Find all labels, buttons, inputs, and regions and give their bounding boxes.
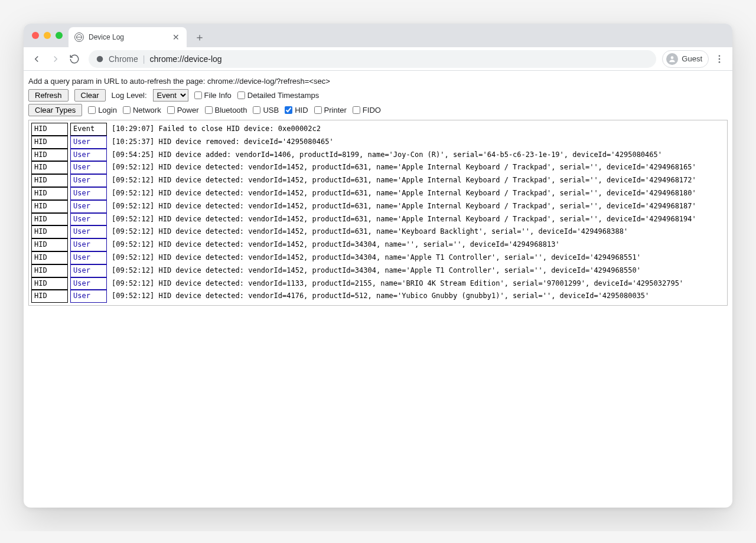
type-filter-power-input[interactable] [167, 106, 175, 114]
avatar-icon [666, 53, 678, 65]
svg-point-3 [719, 58, 721, 60]
fileinfo-input[interactable] [194, 91, 202, 99]
type-filter-printer-input[interactable] [314, 106, 322, 114]
log-type-tag: HID [31, 187, 68, 200]
browser-window: Device Log ✕ ＋ Chrome | chrome://device-… [24, 24, 732, 508]
type-filter-bluetooth-input[interactable] [205, 106, 213, 114]
log-row: HIDUser[09:52:12] HID device detected: v… [31, 290, 725, 303]
log-row: HIDUser[09:52:12] HID device detected: v… [31, 200, 725, 213]
log-message: [10:29:07] Failed to close HID device: 0… [112, 125, 321, 133]
type-filter-power-label: Power [177, 106, 199, 115]
log-level-tag: User [70, 149, 107, 162]
detailed-timestamps-checkbox[interactable]: Detailed Timestamps [237, 91, 319, 100]
log-level-tag: User [70, 277, 107, 290]
log-message: [09:52:12] HID device detected: vendorId… [112, 240, 560, 248]
reload-button[interactable] [66, 51, 83, 67]
back-button[interactable] [28, 51, 45, 67]
type-filter-hid[interactable]: HID [285, 106, 308, 115]
type-filter-printer-label: Printer [324, 106, 347, 115]
log-panel: HIDEvent[10:29:07] Failed to close HID d… [28, 120, 728, 306]
log-type-tag: HID [31, 264, 68, 277]
window-minimize-button[interactable] [44, 32, 51, 39]
log-row: HIDUser[09:52:12] HID device detected: v… [31, 251, 725, 264]
log-message: [09:52:12] HID device detected: vendorId… [112, 253, 641, 261]
svg-point-4 [719, 61, 721, 63]
address-bar[interactable]: Chrome | chrome://device-log [89, 50, 656, 68]
url-separator: | [143, 54, 145, 64]
type-filter-bluetooth[interactable]: Bluetooth [205, 106, 247, 115]
type-filter-hid-input[interactable] [285, 106, 292, 114]
chrome-menu-button[interactable] [711, 51, 728, 67]
log-message: [09:52:12] HID device detected: vendorId… [112, 292, 649, 300]
log-message: [10:25:37] HID device removed: deviceId=… [112, 138, 334, 146]
type-filter-fido-input[interactable] [353, 106, 360, 114]
log-type-tag: HID [31, 149, 68, 162]
log-level-tag: User [70, 251, 107, 264]
site-info-icon [96, 55, 104, 63]
type-filter-network-label: Network [133, 106, 161, 115]
type-filter-network[interactable]: Network [123, 106, 161, 115]
log-row: HIDUser[09:52:12] HID device detected: v… [31, 187, 725, 200]
type-filter-hid-label: HID [295, 106, 308, 115]
log-type-tag: HID [31, 123, 68, 136]
type-filter-login-label: Login [98, 106, 117, 115]
browser-toolbar: Chrome | chrome://device-log Guest [24, 47, 732, 71]
log-message: [09:52:12] HID device detected: vendorId… [112, 227, 628, 235]
log-type-tag: HID [31, 200, 68, 213]
type-filter-network-input[interactable] [123, 106, 131, 114]
log-level-tag: User [70, 161, 107, 174]
log-type-tag: HID [31, 290, 68, 303]
log-level-tag: User [70, 238, 107, 251]
controls-row-1: Refresh Clear Log Level: Event File Info… [28, 89, 728, 102]
log-type-tag: HID [31, 136, 68, 149]
new-tab-button[interactable]: ＋ [191, 29, 208, 45]
log-type-tag: HID [31, 174, 68, 187]
refresh-hint: Add a query param in URL to auto-refresh… [28, 77, 728, 86]
log-type-tag: HID [31, 251, 68, 264]
fileinfo-label: File Info [204, 91, 232, 100]
log-type-tag: HID [31, 213, 68, 226]
svg-point-1 [671, 56, 674, 59]
log-row: HIDUser[09:54:25] HID device added: vend… [31, 149, 725, 162]
type-filter-fido-label: FIDO [363, 106, 381, 115]
window-maximize-button[interactable] [56, 32, 63, 39]
log-row: HIDUser[09:52:12] HID device detected: v… [31, 225, 725, 238]
fileinfo-checkbox[interactable]: File Info [194, 91, 232, 100]
profile-chip[interactable]: Guest [662, 50, 709, 68]
detailed-timestamps-input[interactable] [237, 91, 245, 99]
log-row: HIDUser[09:52:12] HID device detected: v… [31, 264, 725, 277]
browser-tab[interactable]: Device Log ✕ [69, 27, 187, 47]
type-filter-fido[interactable]: FIDO [353, 106, 381, 115]
log-message: [09:52:12] HID device detected: vendorId… [112, 202, 696, 210]
loglevel-select[interactable]: Event [153, 89, 188, 102]
type-filter-login-input[interactable] [88, 106, 96, 114]
log-type-tag: HID [31, 225, 68, 238]
controls-row-2: Clear Types LoginNetworkPowerBluetoothUS… [28, 104, 728, 116]
svg-point-0 [97, 55, 103, 62]
log-level-tag: User [70, 200, 107, 213]
page-content: Add a query param in URL to auto-refresh… [24, 71, 732, 508]
forward-button[interactable] [47, 51, 64, 67]
type-filter-usb[interactable]: USB [253, 106, 279, 115]
window-controls [32, 32, 63, 39]
url-host: Chrome [109, 54, 138, 64]
type-filter-power[interactable]: Power [167, 106, 199, 115]
clear-button[interactable]: Clear [74, 89, 106, 102]
tab-close-button[interactable]: ✕ [171, 32, 181, 42]
type-filter-login[interactable]: Login [88, 106, 117, 115]
clear-types-button[interactable]: Clear Types [28, 104, 82, 116]
tab-strip: Device Log ✕ ＋ [24, 24, 732, 47]
log-row: HIDUser[10:25:37] HID device removed: de… [31, 136, 725, 149]
log-type-tag: HID [31, 238, 68, 251]
loglevel-label: Log Level: [112, 91, 147, 100]
log-message: [09:54:25] HID device added: vendorId=14… [112, 151, 662, 159]
type-filter-printer[interactable]: Printer [314, 106, 347, 115]
log-row: HIDUser[09:52:12] HID device detected: v… [31, 238, 725, 251]
log-message: [09:52:12] HID device detected: vendorId… [112, 266, 641, 274]
log-level-tag: User [70, 174, 107, 187]
url-path: chrome://device-log [149, 54, 221, 64]
type-filter-usb-input[interactable] [253, 106, 260, 114]
refresh-button[interactable]: Refresh [28, 89, 69, 102]
log-level-tag: User [70, 213, 107, 226]
window-close-button[interactable] [32, 32, 39, 39]
